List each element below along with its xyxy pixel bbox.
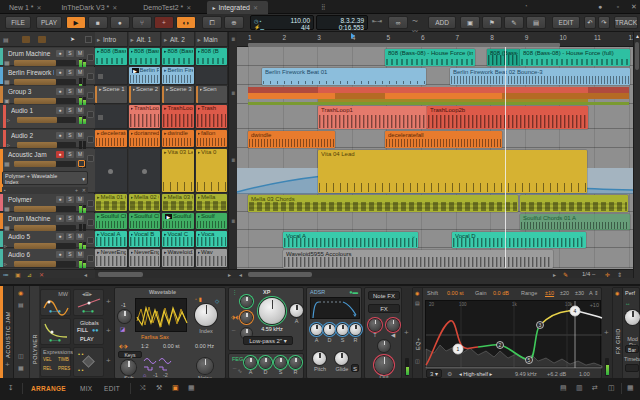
follow-playhead-icon[interactable]: ▸ <box>553 271 556 278</box>
filter-key-knob[interactable] <box>241 312 252 323</box>
scroll-right-icon[interactable]: ▸ <box>228 271 231 278</box>
arranger-clip[interactable]: Vocal A⌄ <box>283 232 418 248</box>
sub-knob[interactable] <box>121 360 136 375</box>
timebase-select[interactable] <box>625 364 639 372</box>
add-lane-icon[interactable]: + <box>75 187 78 193</box>
fill-label[interactable]: FILL <box>77 327 88 333</box>
clip-slot[interactable]: ▸Mella 02 C... <box>129 194 162 212</box>
arranger-clip[interactable]: Mella 03 Chords <box>248 195 518 212</box>
track-io-box[interactable] <box>87 54 94 61</box>
clip-launcher-toggle-icon[interactable]: ▣ <box>172 384 179 392</box>
track-row[interactable]: Audio 1●SM▹ <box>0 105 95 129</box>
tools-icon[interactable]: ⚒ <box>156 384 162 392</box>
clip-slot[interactable]: ▸808 (B <box>196 48 229 66</box>
launcher-clip[interactable]: ▸deceleratefal <box>95 130 127 147</box>
scroll-up-icon[interactable]: ▲ <box>635 33 640 39</box>
track-row[interactable]: Group 3●SM▣ <box>0 86 95 104</box>
arranger-scrollbar[interactable]: ◂ ▸ ✎ 1/4 – ✛ ⇕ <box>237 269 633 278</box>
scroll-left-icon[interactable]: ◂ <box>84 271 87 278</box>
arm-button[interactable]: ● <box>56 132 64 139</box>
arranger-scroll-thumb[interactable] <box>248 272 312 277</box>
folder-button[interactable]: ▤ <box>526 16 546 29</box>
launcher-clip[interactable]: ▶Soulful Cho... <box>162 213 194 229</box>
window-minimize-button[interactable]: ● <box>595 2 605 11</box>
launcher-clip[interactable]: ▸808 (Bass- <box>95 48 127 65</box>
lane-height-icon[interactable]: ⇕ <box>617 271 622 278</box>
solo-button[interactable]: S <box>66 233 74 240</box>
modulator-page-icon[interactable]: ◫ <box>18 352 24 359</box>
mod-routing-dots[interactable]: ●—● <box>49 308 61 314</box>
position-display[interactable]: 8.3.2.39 0:16.553 <box>316 15 368 30</box>
clip-slot[interactable]: ▸808 (Bass- <box>162 48 195 66</box>
launcher-clip[interactable]: ▸Scene 3 <box>162 86 194 103</box>
track-name[interactable]: Group 3 <box>8 88 54 95</box>
arm-button[interactable]: ● <box>56 215 64 222</box>
mute-button[interactable]: M <box>76 151 84 158</box>
arm-button[interactable]: ● <box>56 69 64 76</box>
index-knob[interactable] <box>195 304 217 326</box>
clip-slot[interactable]: ▸Mella 03 C... <box>162 194 195 212</box>
amp-a-knob[interactable] <box>311 324 322 335</box>
eq-band-q[interactable]: 1.00 <box>579 371 590 377</box>
mod-routing-dots[interactable]: ●—● <box>49 337 61 343</box>
track-io-box[interactable] <box>87 237 94 244</box>
track-io-box[interactable] <box>87 111 94 118</box>
clip-slot[interactable]: ▸NeverEngin... <box>129 249 162 268</box>
arranger-clip[interactable]: Berlin Firework Beat 02 Bounce-3 <box>450 68 630 85</box>
beat-grid-icon[interactable]: ✛ <box>605 271 610 278</box>
clip-slot[interactable]: ▸Scene 1 <box>95 86 128 104</box>
flag-button[interactable]: ⚑ <box>482 16 502 29</box>
scene-options-icon[interactable]: ≣ <box>231 36 235 42</box>
osc-octave-value[interactable]: -1 <box>121 302 126 308</box>
track-io-box[interactable] <box>87 200 94 207</box>
solo-button[interactable]: S <box>66 132 74 139</box>
overdub-button[interactable]: + <box>154 16 174 29</box>
mute-button[interactable]: M <box>76 233 84 240</box>
arm-button[interactable]: ● <box>56 50 64 57</box>
track-row[interactable]: Drum Machine●SM▦ <box>0 48 95 66</box>
close-lane-icon[interactable]: ✕ <box>82 187 86 193</box>
arm-button[interactable]: ● <box>56 151 64 158</box>
mute-button[interactable]: M <box>76 50 84 57</box>
track-row[interactable]: Drum Machine●SM▦ <box>0 213 95 230</box>
scroll-left-icon[interactable]: ◂ <box>239 271 242 278</box>
marker-nav-icon[interactable]: ⇤⇥ <box>372 17 382 24</box>
filter-env-knob[interactable] <box>241 296 252 307</box>
launcher-scrollbar[interactable]: ▸ <box>95 269 237 278</box>
solo-button[interactable]: S <box>66 251 74 258</box>
glide-sync-chip[interactable]: S <box>351 364 359 372</box>
clip-slot[interactable]: ▸Mella 01 C... <box>95 194 128 212</box>
track-filter-icon[interactable]: ▤ <box>3 36 9 43</box>
clip-slot[interactable] <box>196 67 229 85</box>
cutoff-knob[interactable] <box>259 298 285 324</box>
punch-out-button[interactable]: ⊕ <box>224 16 244 29</box>
vscroll-thumb[interactable] <box>635 42 639 70</box>
track-row[interactable]: Berlin Firework Kit●SM▦ <box>0 67 95 85</box>
eq-band-type-select[interactable]: ◂ High-shelf ▸ <box>459 371 492 377</box>
launcher-clip[interactable]: ▸TrashLoop1 <box>129 105 161 128</box>
file-menu-button[interactable]: FILE <box>5 16 31 29</box>
launcher-clip[interactable]: ▸fallon <box>196 130 228 147</box>
eq-band-freq[interactable]: 9.49 kHz <box>515 371 537 377</box>
launcher-clip[interactable]: ▸NeverEngin... <box>95 249 127 267</box>
mod-xy[interactable]: • • • • <box>73 347 104 377</box>
feg-r-knob[interactable] <box>290 357 301 368</box>
track-name[interactable]: Audio 6 <box>8 251 54 258</box>
eq-display[interactable]: 201001k10k +10 12534 <box>425 300 601 367</box>
launcher-clip[interactable]: ▸Berlin Fire <box>162 67 194 84</box>
tab-close-icon[interactable]: ✕ <box>186 4 191 11</box>
clip-stop-button[interactable] <box>108 169 113 174</box>
sub-wave-icons[interactable] <box>143 358 171 370</box>
track-name[interactable]: Audio 1 <box>11 107 57 114</box>
browser-panel-icon[interactable]: ▤ <box>560 384 567 392</box>
volume-fader[interactable] <box>14 261 76 267</box>
mod-envelope[interactable]: ●—● <box>40 318 71 345</box>
add-device-icon[interactable]: + <box>404 328 409 337</box>
playhead[interactable] <box>505 47 506 268</box>
launcher-clip[interactable]: ▸TrashLoop2b <box>162 105 194 128</box>
pitch-knob[interactable] <box>313 352 326 365</box>
fx-grid-enable-icon[interactable]: ◉ <box>615 290 619 296</box>
undo-button[interactable]: ↶ <box>584 16 596 29</box>
solo-button[interactable]: S <box>66 50 74 57</box>
arm-button[interactable]: ● <box>56 88 64 95</box>
